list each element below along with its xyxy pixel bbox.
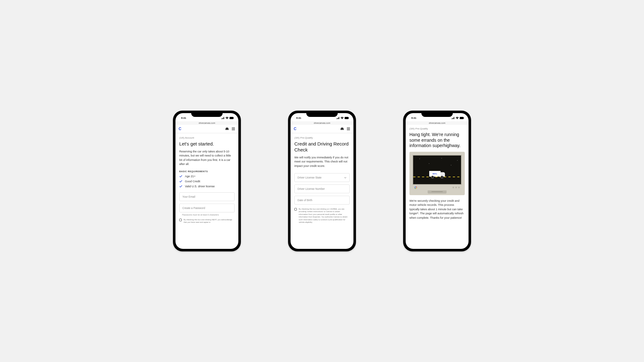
consent-text: By checking this box and clicking NEXT, … bbox=[184, 218, 235, 224]
battery-icon bbox=[345, 117, 349, 119]
dob-field[interactable]: Date of Birth bbox=[294, 196, 350, 205]
signal-icon bbox=[452, 117, 455, 119]
license-state-placeholder: Driver License State bbox=[297, 176, 322, 179]
svg-rect-9 bbox=[336, 118, 337, 119]
section-label: BASIC REQUIREMENTS bbox=[179, 170, 235, 173]
loading-illustration: INFO» bbox=[409, 152, 465, 195]
browser-url-bar[interactable]: drivecanvas.com bbox=[406, 121, 469, 125]
license-state-select[interactable]: Driver License State bbox=[294, 173, 350, 182]
app-header: C bbox=[175, 125, 238, 133]
page-title: Hang tight. We're running some errands o… bbox=[409, 132, 465, 149]
status-time: 9:41 bbox=[181, 117, 186, 119]
check-icon bbox=[179, 180, 182, 183]
browser-url-bar[interactable]: drivecanvas.com bbox=[175, 121, 238, 125]
page-title: Let's get started. bbox=[179, 141, 235, 147]
svg-rect-10 bbox=[337, 118, 338, 119]
svg-rect-12 bbox=[339, 117, 340, 119]
page-description: We're securely checking your credit and … bbox=[409, 199, 465, 220]
hamburger-menu-icon[interactable] bbox=[347, 127, 350, 130]
requirement-text: Age 21+ bbox=[185, 175, 196, 178]
app-header: C bbox=[291, 125, 353, 133]
email-field[interactable]: Your Email bbox=[179, 192, 235, 201]
email-placeholder: Your Email bbox=[182, 195, 195, 198]
svg-rect-5 bbox=[234, 118, 234, 118]
password-hint: Passwords must be at least 8 characters bbox=[179, 214, 235, 216]
wifi-icon bbox=[225, 117, 229, 119]
page-title: Credit and Driving Record Check bbox=[294, 141, 350, 153]
step-label: (1/6) Account bbox=[179, 136, 235, 139]
svg-rect-19 bbox=[452, 118, 453, 119]
requirement-item: Valid U.S. driver license bbox=[179, 185, 235, 188]
requirement-item: Age 21+ bbox=[179, 175, 235, 178]
svg-rect-2 bbox=[223, 118, 224, 119]
logo[interactable]: C bbox=[294, 127, 297, 131]
car-icon[interactable] bbox=[340, 127, 344, 130]
license-number-placeholder: Driver License Number bbox=[297, 187, 325, 190]
chevron-down-icon bbox=[344, 177, 347, 178]
phone-mockup-1: 9:41 drivecanvas.com C (1/6) Account Let… bbox=[173, 111, 241, 251]
requirement-item: Good Credit bbox=[179, 180, 235, 183]
svg-rect-23 bbox=[464, 118, 464, 118]
consent-checkbox[interactable] bbox=[294, 208, 297, 211]
svg-rect-21 bbox=[454, 117, 455, 119]
info-truck-icon: INFO» bbox=[429, 171, 445, 178]
monitor-bezel bbox=[413, 185, 462, 190]
page-description: Reserving the car only takes about 5-10 … bbox=[179, 150, 235, 167]
monitor-stand bbox=[428, 190, 447, 194]
browser-url-bar[interactable]: drivecanvas.com bbox=[291, 121, 353, 125]
battery-icon bbox=[230, 117, 234, 119]
svg-rect-4 bbox=[230, 117, 233, 119]
phone-notch bbox=[306, 111, 338, 117]
wifi-icon bbox=[341, 117, 344, 119]
svg-rect-20 bbox=[453, 118, 454, 119]
password-field[interactable]: Create a Password bbox=[179, 204, 235, 212]
svg-rect-14 bbox=[349, 118, 349, 118]
check-icon bbox=[179, 185, 182, 188]
check-icon bbox=[179, 175, 182, 178]
logo[interactable]: C bbox=[179, 127, 181, 131]
monitor-screen: INFO» bbox=[413, 155, 462, 185]
dob-placeholder: Date of Birth bbox=[297, 199, 312, 202]
consent-row: By checking this box and clicking NEXT, … bbox=[179, 218, 235, 224]
password-placeholder: Create a Password bbox=[182, 206, 205, 210]
truck-label: INFO» bbox=[429, 171, 441, 177]
svg-rect-11 bbox=[338, 118, 339, 119]
monitor-logo-icon bbox=[414, 186, 417, 189]
phone-notch bbox=[191, 111, 223, 117]
svg-rect-0 bbox=[221, 118, 222, 119]
step-label: (3/6) Pre-Qualify bbox=[409, 127, 465, 130]
battery-icon bbox=[460, 117, 464, 119]
page-description: We will notify you immediately if you do… bbox=[294, 156, 350, 168]
car-icon[interactable] bbox=[225, 127, 229, 130]
consent-row: By checking this box and clicking on I A… bbox=[294, 208, 350, 223]
license-number-field[interactable]: Driver License Number bbox=[294, 184, 350, 193]
phone-mockup-3: 9:41 drivecanvas.com (3/6) Pre-Qualify H… bbox=[403, 111, 471, 251]
svg-rect-13 bbox=[345, 117, 348, 119]
hamburger-menu-icon[interactable] bbox=[231, 127, 235, 130]
consent-checkbox[interactable] bbox=[179, 219, 182, 221]
signal-icon bbox=[221, 117, 225, 119]
svg-rect-3 bbox=[224, 117, 225, 119]
svg-rect-18 bbox=[452, 118, 452, 119]
status-time: 9:41 bbox=[411, 117, 416, 119]
status-time: 9:41 bbox=[296, 117, 301, 119]
consent-text: By checking this box and clicking on I A… bbox=[299, 208, 350, 223]
svg-rect-22 bbox=[460, 117, 464, 119]
wifi-icon bbox=[456, 117, 459, 119]
requirement-text: Valid U.S. driver license bbox=[185, 185, 215, 188]
svg-rect-1 bbox=[222, 118, 223, 119]
phone-notch bbox=[421, 111, 453, 117]
signal-icon bbox=[336, 117, 340, 119]
requirement-text: Good Credit bbox=[185, 180, 200, 183]
phone-mockup-2: 9:41 drivecanvas.com C (3/6) Pre-Qualify… bbox=[288, 111, 356, 251]
step-label: (3/6) Pre-Qualify bbox=[294, 136, 350, 139]
